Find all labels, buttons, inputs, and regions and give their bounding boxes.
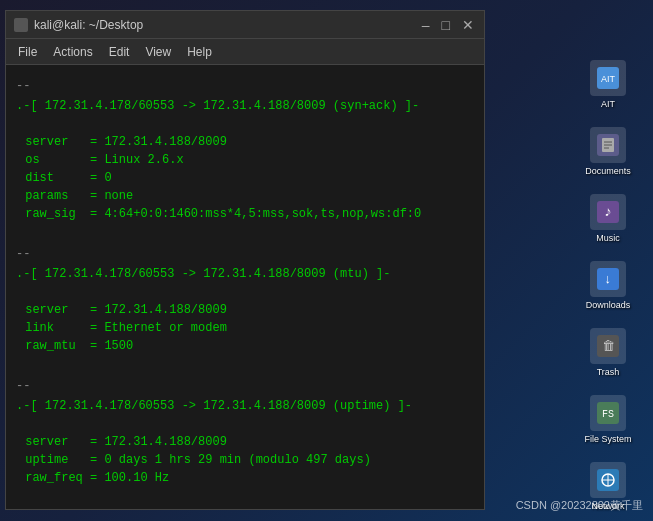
block3-uptime: uptime = 0 days 1 hrs 29 min (modulo 497… <box>16 451 474 469</box>
block3-rawfreq: raw_freq = 100.10 Hz <box>16 469 474 487</box>
title-text: kali@kali: ~/Desktop <box>34 18 143 32</box>
desktop-icon-documents[interactable]: Documents <box>573 127 643 176</box>
block3-header: .-[ 172.31.4.178/60553 -> 172.31.4.188/8… <box>16 397 474 415</box>
separator-line-3: -- <box>16 377 474 395</box>
trash-label: Trash <box>597 367 620 377</box>
downloads-label: Downloads <box>586 300 631 310</box>
title-bar-left: kali@kali: ~/Desktop <box>14 18 143 32</box>
svg-text:↓: ↓ <box>604 272 612 287</box>
filesystem-label: File System <box>584 434 631 444</box>
desktop-icons-container: AIT AIT Documents ♪ Music ↓ Downloads 🗑 … <box>573 60 643 521</box>
block2-empty <box>16 283 474 301</box>
trash-icon: 🗑 <box>590 328 626 364</box>
menu-help[interactable]: Help <box>179 42 220 62</box>
menu-edit[interactable]: Edit <box>101 42 138 62</box>
svg-text:♪: ♪ <box>604 204 612 220</box>
block3-empty <box>16 415 474 433</box>
separator-line-1: -- <box>16 77 474 95</box>
desktop-icon-downloads[interactable]: ↓ Downloads <box>573 261 643 310</box>
maximize-button[interactable]: □ <box>440 18 452 32</box>
ait-icon: AIT <box>590 60 626 96</box>
terminal-window: kali@kali: ~/Desktop – □ ✕ File Actions … <box>5 10 485 510</box>
separator-line-2: -- <box>16 245 474 263</box>
desktop-icon-filesystem[interactable]: FS File System <box>573 395 643 444</box>
svg-text:AIT: AIT <box>601 74 616 84</box>
block1-os: os = Linux 2.6.x <box>16 151 474 169</box>
music-label: Music <box>596 233 620 243</box>
desktop-icon-music[interactable]: ♪ Music <box>573 194 643 243</box>
music-icon: ♪ <box>590 194 626 230</box>
block2-rawmtu: raw_mtu = 1500 <box>16 337 474 355</box>
desktop-icon-trash[interactable]: 🗑 Trash <box>573 328 643 377</box>
block2-empty2 <box>16 355 474 373</box>
block2-header: .-[ 172.31.4.178/60553 -> 172.31.4.188/8… <box>16 265 474 283</box>
block2-link: link = Ethernet or modem <box>16 319 474 337</box>
block1-header: .-[ 172.31.4.178/60553 -> 172.31.4.188/8… <box>16 97 474 115</box>
title-bar-controls: – □ ✕ <box>420 18 476 32</box>
title-bar: kali@kali: ~/Desktop – □ ✕ <box>6 11 484 39</box>
menu-bar: File Actions Edit View Help <box>6 39 484 65</box>
block1-empty2 <box>16 223 474 241</box>
block1-params: params = none <box>16 187 474 205</box>
downloads-icon: ↓ <box>590 261 626 297</box>
ait-label: AIT <box>601 99 615 109</box>
desktop-icon-ait[interactable]: AIT AIT <box>573 60 643 109</box>
svg-text:🗑: 🗑 <box>602 339 615 354</box>
block3-server: server = 172.31.4.188/8009 <box>16 433 474 451</box>
close-button[interactable]: ✕ <box>460 18 476 32</box>
minimize-button[interactable]: – <box>420 18 432 32</box>
filesystem-icon: FS <box>590 395 626 431</box>
terminal-body[interactable]: -- .-[ 172.31.4.178/60553 -> 172.31.4.18… <box>6 65 484 509</box>
block3-empty2 <box>16 487 474 505</box>
documents-label: Documents <box>585 166 631 176</box>
watermark: CSDN @20232802黄千里 <box>516 498 643 513</box>
menu-file[interactable]: File <box>10 42 45 62</box>
block1-empty <box>16 115 474 133</box>
block1-rawsig: raw_sig = 4:64+0:0:1460:mss*4,5:mss,sok,… <box>16 205 474 223</box>
block1-server: server = 172.31.4.188/8009 <box>16 133 474 151</box>
documents-icon <box>590 127 626 163</box>
menu-view[interactable]: View <box>137 42 179 62</box>
network-icon <box>590 462 626 498</box>
menu-actions[interactable]: Actions <box>45 42 100 62</box>
terminal-icon <box>14 18 28 32</box>
block1-dist: dist = 0 <box>16 169 474 187</box>
block2-server: server = 172.31.4.188/8009 <box>16 301 474 319</box>
svg-text:FS: FS <box>602 409 614 420</box>
